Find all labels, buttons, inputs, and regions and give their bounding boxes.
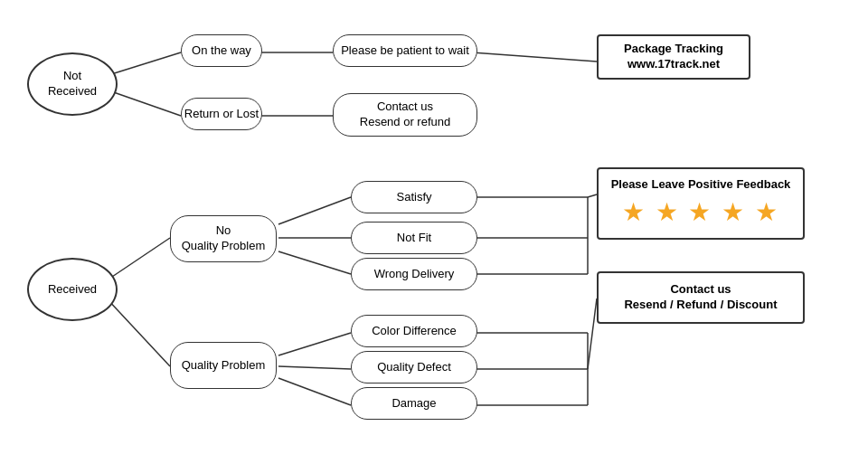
contact-resend-refund-node: Contact us Resend or refund [333,93,477,137]
not-fit-label: Not Fit [397,231,431,246]
wrong-delivery-node: Wrong Delivery [351,258,477,290]
not-fit-node: Not Fit [351,222,477,254]
patient-node: Please be patient to wait [333,34,477,67]
package-tracking-label: Package Tracking www.17track.net [624,42,723,72]
not-received-label: Not Received [48,69,97,99]
svg-line-11 [278,366,351,369]
no-quality-problem-node: No Quality Problem [170,215,277,262]
svg-line-22 [588,298,597,369]
color-difference-label: Color Difference [372,324,457,339]
received-node: Received [27,258,118,321]
quality-defect-label: Quality Defect [377,360,451,375]
quality-defect-node: Quality Defect [351,351,477,384]
on-the-way-node: On the way [181,34,262,67]
svg-line-9 [278,251,351,274]
svg-line-5 [107,238,170,280]
contact-resend-refund-discount-node: Contact us Resend / Refund / Discount [597,271,805,324]
satisfy-label: Satisfy [396,190,431,205]
positive-feedback-label: Please Leave Positive Feedback [611,177,791,193]
svg-line-7 [278,197,351,224]
return-lost-node: Return or Lost [181,98,262,130]
quality-problem-node: Quality Problem [170,342,277,389]
svg-line-3 [472,52,597,62]
svg-line-10 [278,333,351,355]
damage-node: Damage [351,387,477,420]
not-received-node: Not Received [27,52,118,116]
color-difference-node: Color Difference [351,315,477,347]
stars-display: ★ ★ ★ ★ ★ [622,196,779,229]
diagram: Not Received On the way Please be patien… [0,0,868,464]
wrong-delivery-label: Wrong Delivery [374,267,455,282]
no-quality-problem-label: No Quality Problem [182,223,265,254]
received-label: Received [48,282,97,298]
package-tracking-node: Package Tracking www.17track.net [597,34,750,80]
svg-line-17 [588,194,597,197]
svg-line-12 [278,378,351,405]
satisfy-node: Satisfy [351,181,477,213]
contact-resend-refund-discount-label: Contact us Resend / Refund / Discount [624,282,777,313]
contact-resend-refund-label: Contact us Resend or refund [360,99,450,130]
svg-line-6 [107,298,170,366]
return-lost-label: Return or Lost [184,107,259,122]
on-the-way-label: On the way [192,43,251,59]
svg-line-0 [108,52,181,75]
damage-label: Damage [392,396,436,412]
quality-problem-label: Quality Problem [182,358,265,374]
svg-line-1 [108,90,181,116]
patient-label: Please be patient to wait [341,43,469,59]
positive-feedback-node: Please Leave Positive Feedback ★ ★ ★ ★ ★ [597,167,805,240]
